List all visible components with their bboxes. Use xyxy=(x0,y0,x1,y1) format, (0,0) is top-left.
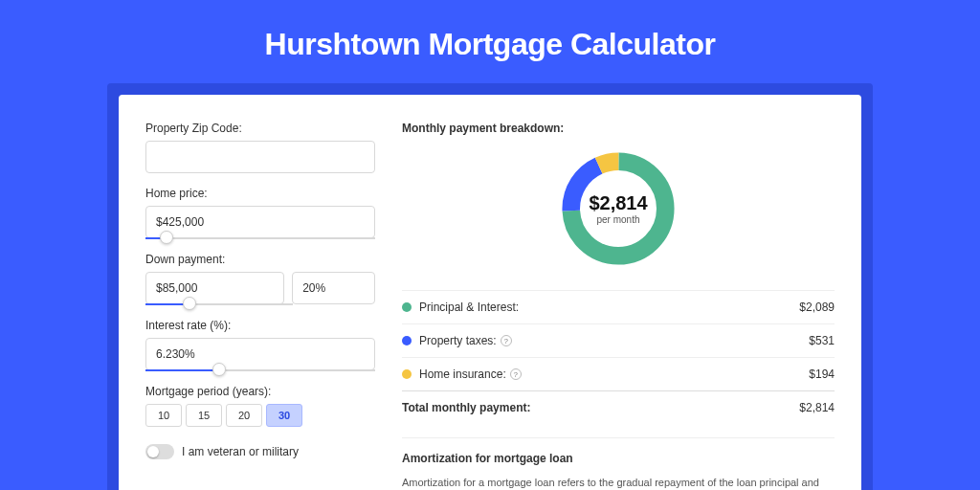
period-btn-20[interactable]: 20 xyxy=(226,404,262,427)
zip-label: Property Zip Code: xyxy=(145,122,375,135)
calculator-panel-wrap: Property Zip Code: Home price: Down paym… xyxy=(107,83,873,490)
legend-value-taxes: $531 xyxy=(809,334,835,347)
page-title: Hurshtown Mortgage Calculator xyxy=(0,0,980,83)
down-payment-slider[interactable] xyxy=(145,303,293,305)
legend-value-total: $2,814 xyxy=(799,401,835,414)
legend-value-insurance: $194 xyxy=(809,368,835,381)
period-btn-15[interactable]: 15 xyxy=(186,404,222,427)
input-form: Property Zip Code: Home price: Down paym… xyxy=(145,122,375,490)
interest-slider-fill xyxy=(145,369,219,371)
legend-row-principal: Principal & Interest: $2,089 xyxy=(402,290,835,323)
help-icon[interactable]: ? xyxy=(501,335,512,346)
amortization-text: Amortization for a mortgage loan refers … xyxy=(402,475,835,490)
legend-dot-principal xyxy=(402,302,412,312)
veteran-toggle[interactable] xyxy=(145,444,174,459)
period-buttons: 10 15 20 30 xyxy=(145,404,375,427)
home-price-input[interactable] xyxy=(145,206,375,238)
interest-label: Interest rate (%): xyxy=(145,319,375,332)
interest-input[interactable] xyxy=(145,338,375,370)
legend-row-taxes: Property taxes: ? $531 xyxy=(402,323,835,357)
legend-dot-taxes xyxy=(402,336,412,345)
help-icon[interactable]: ? xyxy=(510,368,522,380)
amortization-title: Amortization for mortgage loan xyxy=(402,452,835,465)
down-payment-field-group: Down payment: xyxy=(145,253,375,305)
down-payment-slider-thumb[interactable] xyxy=(183,297,196,310)
breakdown-title: Monthly payment breakdown: xyxy=(402,122,835,135)
home-price-slider-thumb[interactable] xyxy=(160,231,173,244)
legend-dot-insurance xyxy=(402,369,412,379)
interest-slider[interactable] xyxy=(145,369,375,371)
down-payment-pct-input[interactable] xyxy=(292,272,375,304)
period-label: Mortgage period (years): xyxy=(145,385,375,398)
down-payment-input[interactable] xyxy=(145,272,284,304)
veteran-toggle-row: I am veteran or military xyxy=(145,444,375,459)
legend-label-total: Total monthly payment: xyxy=(402,401,799,414)
legend-label-insurance: Home insurance: ? xyxy=(419,368,809,381)
donut-amount: $2,814 xyxy=(589,192,647,214)
legend-label-principal: Principal & Interest: xyxy=(419,301,799,314)
veteran-toggle-knob xyxy=(147,446,159,457)
zip-input[interactable] xyxy=(145,141,375,173)
period-field-group: Mortgage period (years): 10 15 20 30 xyxy=(145,385,375,427)
breakdown-section: Monthly payment breakdown: $2,814 per mo… xyxy=(402,122,835,490)
down-payment-label: Down payment: xyxy=(145,253,375,266)
donut-sub: per month xyxy=(589,214,647,225)
home-price-label: Home price: xyxy=(145,187,375,200)
calculator-panel: Property Zip Code: Home price: Down paym… xyxy=(119,95,861,490)
zip-field-group: Property Zip Code: xyxy=(145,122,375,173)
donut-center: $2,814 per month xyxy=(589,192,647,225)
donut-chart: $2,814 per month xyxy=(402,146,835,271)
home-price-slider[interactable] xyxy=(145,237,375,239)
interest-slider-thumb[interactable] xyxy=(212,363,226,376)
period-btn-10[interactable]: 10 xyxy=(145,404,182,427)
legend-label-taxes: Property taxes: ? xyxy=(419,334,809,347)
interest-field-group: Interest rate (%): xyxy=(145,319,375,371)
veteran-label: I am veteran or military xyxy=(182,445,299,458)
amortization-section: Amortization for mortgage loan Amortizat… xyxy=(402,437,835,490)
legend-row-total: Total monthly payment: $2,814 xyxy=(402,390,835,424)
legend-row-insurance: Home insurance: ? $194 xyxy=(402,357,835,390)
period-btn-30[interactable]: 30 xyxy=(266,404,302,427)
legend-value-principal: $2,089 xyxy=(799,301,835,314)
home-price-field-group: Home price: xyxy=(145,187,375,239)
